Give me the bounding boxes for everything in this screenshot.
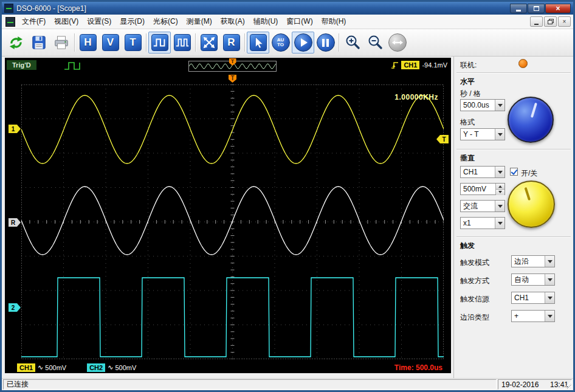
trigger-sweep-label: 触发方式 xyxy=(460,276,489,286)
online-label: 联机: xyxy=(460,60,477,70)
mdi-close-button[interactable]: × xyxy=(558,16,571,27)
chevron-down-icon[interactable] xyxy=(495,129,504,140)
coupling-value: 交流 xyxy=(461,201,495,211)
window-title: DSO-6000 - [Scope1] xyxy=(16,4,510,13)
menu-help[interactable]: 帮助(H) xyxy=(317,15,351,29)
format-label: 格式 xyxy=(460,117,475,128)
trigger-edge-icon xyxy=(391,61,399,69)
trigger-section-title: 触发 xyxy=(460,241,475,251)
mdi-minimize-button[interactable] xyxy=(530,16,543,27)
channel-onoff-checkbox[interactable] xyxy=(510,168,518,176)
secdiv-select[interactable]: 500.0us xyxy=(460,99,505,111)
format-select[interactable]: Y - T xyxy=(460,128,505,140)
zoom-in-button[interactable] xyxy=(341,32,363,53)
volt-scale-spinner[interactable]: 500mV xyxy=(460,183,505,195)
chevron-down-icon[interactable] xyxy=(545,311,554,322)
menu-view[interactable]: 视图(V) xyxy=(50,15,83,29)
status-date: 19-02-2016 xyxy=(501,380,539,389)
menu-measure[interactable]: 测量(M) xyxy=(182,15,216,29)
menu-settings[interactable]: 设置(S) xyxy=(83,15,115,29)
pause-button[interactable] xyxy=(314,32,337,53)
mdi-close-icon: × xyxy=(563,18,566,25)
panel-separator xyxy=(456,72,571,74)
content-area: Trig'D T CH1 -94.1mV xyxy=(2,57,573,378)
trigger-source-select[interactable]: CH1 xyxy=(511,292,555,304)
pan-button[interactable] xyxy=(386,32,408,53)
menu-cursor[interactable]: 光标(C) xyxy=(149,15,182,29)
horizontal-knob[interactable] xyxy=(508,97,554,143)
trigger-slope-label: 边沿类型 xyxy=(460,312,489,323)
menu-utility[interactable]: 辅助(U) xyxy=(249,15,283,29)
vertical-button[interactable]: V xyxy=(99,32,122,53)
record-button[interactable]: R xyxy=(220,32,243,53)
channel-select[interactable]: CH1 xyxy=(460,166,505,178)
ch1-badge: CH1 xyxy=(17,363,35,372)
chevron-down-icon[interactable] xyxy=(495,218,504,229)
spin-down-icon[interactable] xyxy=(496,190,504,195)
ch1-position-marker[interactable]: 1 xyxy=(9,125,21,133)
chevron-down-icon[interactable] xyxy=(545,256,554,267)
cursor-button[interactable] xyxy=(247,32,269,53)
chevron-down-icon[interactable] xyxy=(495,167,504,177)
run-icon xyxy=(294,33,312,52)
scope-display[interactable]: 1.00000KHz 1 R 2 T T xyxy=(5,74,451,362)
status-bar: 已连接 19-02-2016 13:41 xyxy=(2,378,573,390)
minimize-icon xyxy=(516,10,521,12)
ref-position-marker[interactable]: R xyxy=(9,218,21,227)
run-button[interactable] xyxy=(292,32,314,53)
channel-label-bar: CH1 ∿ 500mV CH2 ∿ 500mV Time: 500.0us xyxy=(5,362,451,373)
zoom-out-button[interactable] xyxy=(363,32,386,53)
chevron-down-icon[interactable] xyxy=(545,274,554,285)
print-button[interactable] xyxy=(50,32,72,53)
minimize-button[interactable] xyxy=(510,4,527,13)
panel-separator xyxy=(456,236,571,238)
graticule xyxy=(21,84,444,359)
spin-up-icon[interactable] xyxy=(496,184,504,190)
maximize-button[interactable] xyxy=(528,4,545,13)
fit-screen-button[interactable] xyxy=(198,32,220,53)
close-button[interactable]: × xyxy=(545,4,571,13)
pulse-indicator-icon xyxy=(64,61,84,73)
menu-window[interactable]: 窗口(W) xyxy=(282,15,317,29)
trigger-channel-badge: CH1 xyxy=(401,61,419,69)
mdi-minimize-icon xyxy=(534,24,539,25)
record-icon: R xyxy=(223,34,240,51)
trigger-slope-select[interactable]: + xyxy=(511,310,555,322)
trigger-sweep-select[interactable]: 自动 xyxy=(511,273,555,286)
pulse-display-button[interactable] xyxy=(148,32,171,53)
toolbar-separator xyxy=(244,33,245,52)
pan-icon xyxy=(388,33,407,52)
format-value: Y - T xyxy=(461,129,495,140)
knob-pointer xyxy=(525,187,531,201)
menu-acquire[interactable]: 获取(A) xyxy=(216,15,249,29)
chevron-down-icon[interactable] xyxy=(545,292,554,303)
save-button[interactable] xyxy=(27,32,50,53)
ch2-position-marker[interactable]: 2 xyxy=(9,303,21,312)
refresh-button[interactable] xyxy=(5,32,27,53)
secdiv-value: 500.0us xyxy=(461,100,495,111)
mdi-restore-button[interactable] xyxy=(544,16,557,27)
waveform-preview[interactable]: T xyxy=(188,61,277,72)
refresh-icon xyxy=(8,35,24,51)
horizontal-button[interactable]: H xyxy=(77,32,99,53)
auto-label-bottom: TO xyxy=(277,42,284,47)
trigger-source-label: 触发信源 xyxy=(460,294,489,304)
coupling-select[interactable]: 交流 xyxy=(460,200,505,212)
pulse-display-icon xyxy=(151,34,168,51)
trigger-position-marker[interactable]: T xyxy=(229,75,236,83)
trigger-source-value: CH1 xyxy=(512,292,545,303)
horizontal-section-title: 水平 xyxy=(460,77,475,87)
chevron-down-icon[interactable] xyxy=(495,100,504,111)
mdi-restore-icon xyxy=(548,20,553,24)
pulse-measure-button[interactable] xyxy=(171,32,193,53)
probe-select[interactable]: x1 xyxy=(460,217,505,229)
connection-status: 已连接 xyxy=(3,379,497,390)
trigger-button[interactable]: T xyxy=(122,32,144,53)
menu-file[interactable]: 文件(F) xyxy=(18,15,50,29)
auto-setup-button[interactable]: AUTO xyxy=(269,32,292,53)
vertical-knob[interactable] xyxy=(508,181,555,228)
panel-separator xyxy=(456,149,571,150)
trigger-mode-select[interactable]: 边沿 xyxy=(511,255,555,267)
menu-display[interactable]: 显示(D) xyxy=(115,15,149,29)
chevron-down-icon[interactable] xyxy=(495,201,504,211)
